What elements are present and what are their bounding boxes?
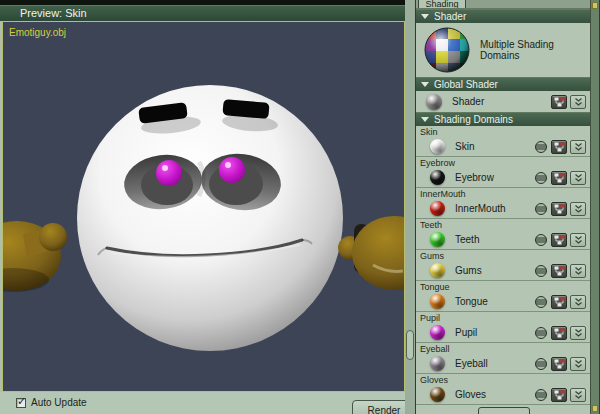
expand-chevron-button[interactable] xyxy=(570,233,586,247)
domain-label: Eyeball xyxy=(416,343,592,354)
object-name-label: Emotiguy.obj xyxy=(9,27,66,38)
domain-group: Teeth Teeth xyxy=(416,219,592,250)
preview-sphere-icon[interactable] xyxy=(533,388,548,402)
texture-editor-button[interactable] xyxy=(551,95,567,109)
expand-chevron-button[interactable] xyxy=(570,357,586,371)
domain-group: Gums Gums xyxy=(416,250,592,281)
domain-name: Skin xyxy=(455,141,474,152)
scrollbar-top-marker[interactable] xyxy=(592,2,598,9)
expand-chevron-button[interactable] xyxy=(570,202,586,216)
preview-titlebar: Preview: Skin xyxy=(0,5,405,21)
domain-name: Eyebrow xyxy=(455,172,494,183)
domain-name: Tongue xyxy=(455,296,488,307)
preview-title: Preview: Skin xyxy=(20,7,87,19)
material-sphere-swatch xyxy=(430,356,445,371)
panel-tabstrip: Shading xyxy=(416,0,592,9)
domain-label: Eyebrow xyxy=(416,157,592,168)
domain-group: Eyebrow Eyebrow xyxy=(416,157,592,188)
texture-editor-button[interactable] xyxy=(551,295,567,309)
texture-editor-button[interactable] xyxy=(551,233,567,247)
material-sphere-swatch xyxy=(430,325,445,340)
splitter-grip-handle[interactable] xyxy=(406,330,414,360)
domain-label: Pupil xyxy=(416,312,592,323)
texture-editor-button[interactable] xyxy=(551,264,567,278)
domain-name: Gums xyxy=(455,265,482,276)
domain-row[interactable]: Tongue xyxy=(416,292,592,311)
preview-sphere-icon[interactable] xyxy=(533,233,548,247)
scrollbar-bottom-marker[interactable] xyxy=(592,405,598,412)
collapse-triangle-icon xyxy=(421,117,429,122)
expand-chevron-button[interactable] xyxy=(570,264,586,278)
collapse-triangle-icon xyxy=(421,14,429,19)
shader-caption: Multiple Shading Domains xyxy=(480,39,592,61)
multi-domain-sphere-icon xyxy=(424,27,470,73)
auto-update-label: Auto Update xyxy=(31,397,87,408)
domain-label: Gums xyxy=(416,250,592,261)
section-header-label: Shader xyxy=(434,10,466,24)
material-sphere-swatch xyxy=(426,94,442,110)
domain-name: Eyeball xyxy=(455,358,488,369)
preview-sphere-icon[interactable] xyxy=(533,326,548,340)
tab-shading[interactable]: Shading xyxy=(418,0,466,9)
panel-scrollbar[interactable] xyxy=(590,0,599,414)
texture-editor-button[interactable] xyxy=(551,388,567,402)
auto-update-toggle[interactable]: ✓ Auto Update xyxy=(16,397,87,408)
shading-panel: Shading Shader xyxy=(415,0,600,414)
domain-name: Gloves xyxy=(455,389,486,400)
domain-row[interactable]: Skin xyxy=(416,137,592,156)
texture-editor-button[interactable] xyxy=(551,357,567,371)
material-sphere-swatch xyxy=(430,232,445,247)
texture-editor-button[interactable] xyxy=(551,171,567,185)
preview-sphere-icon[interactable] xyxy=(533,140,548,154)
preview-sphere-icon[interactable] xyxy=(533,171,548,185)
texture-editor-button[interactable] xyxy=(551,140,567,154)
expand-chevron-button[interactable] xyxy=(570,140,586,154)
domain-label: Teeth xyxy=(416,219,592,230)
global-shader-row[interactable]: Shader xyxy=(416,91,592,112)
domain-row[interactable]: Eyebrow xyxy=(416,168,592,187)
material-sphere-swatch xyxy=(430,170,445,185)
section-header-global-shader[interactable]: Global Shader xyxy=(416,77,592,91)
section-header-label: Shading Domains xyxy=(434,113,513,127)
material-sphere-swatch xyxy=(430,263,445,278)
domain-row[interactable]: Teeth xyxy=(416,230,592,249)
domain-name: Teeth xyxy=(455,234,479,245)
section-header-label: Global Shader xyxy=(434,78,498,92)
domain-group: Gloves Gloves xyxy=(416,374,592,405)
material-sphere-swatch xyxy=(430,294,445,309)
domain-row[interactable]: InnerMouth xyxy=(416,199,592,218)
texture-editor-button[interactable] xyxy=(551,326,567,340)
preview-sphere-icon[interactable] xyxy=(533,357,548,371)
3d-preview-viewport[interactable]: Emotiguy.obj xyxy=(2,21,405,392)
expand-chevron-button[interactable] xyxy=(570,326,586,340)
shading-panel-content: Shader xyxy=(416,9,592,414)
pane-splitter[interactable] xyxy=(405,0,415,414)
domain-row[interactable]: Pupil xyxy=(416,323,592,342)
preview-sphere-icon[interactable] xyxy=(533,295,548,309)
shading-domains-list: Skin Skin Eyebrow Eyebrow xyxy=(416,126,592,405)
material-sphere-swatch xyxy=(430,201,445,216)
expand-chevron-button[interactable] xyxy=(570,95,586,109)
checkmark-icon: ✓ xyxy=(17,395,26,408)
texture-editor-button[interactable] xyxy=(551,202,567,216)
section-header-shading-domains[interactable]: Shading Domains xyxy=(416,112,592,126)
expand-chevron-button[interactable] xyxy=(570,295,586,309)
character-render xyxy=(3,22,405,392)
domain-group: Skin Skin xyxy=(416,126,592,157)
preview-sphere-icon[interactable] xyxy=(533,202,548,216)
domain-group: InnerMouth InnerMouth xyxy=(416,188,592,219)
domain-group: Pupil Pupil xyxy=(416,312,592,343)
domain-row[interactable]: Eyeball xyxy=(416,354,592,373)
shader-preview-row: Multiple Shading Domains xyxy=(416,23,592,77)
auto-update-checkbox[interactable]: ✓ xyxy=(16,398,26,408)
domain-label: Skin xyxy=(416,126,592,137)
domain-row[interactable]: Gums xyxy=(416,261,592,280)
partial-button-cutoff[interactable] xyxy=(478,407,530,414)
domain-row[interactable]: Gloves xyxy=(416,385,592,404)
preview-sphere-icon[interactable] xyxy=(533,264,548,278)
expand-chevron-button[interactable] xyxy=(570,388,586,402)
domain-name: InnerMouth xyxy=(455,203,506,214)
section-header-shader[interactable]: Shader xyxy=(416,9,592,23)
expand-chevron-button[interactable] xyxy=(570,171,586,185)
application-window: Preview: Skin Emotiguy.obj xyxy=(0,0,600,414)
